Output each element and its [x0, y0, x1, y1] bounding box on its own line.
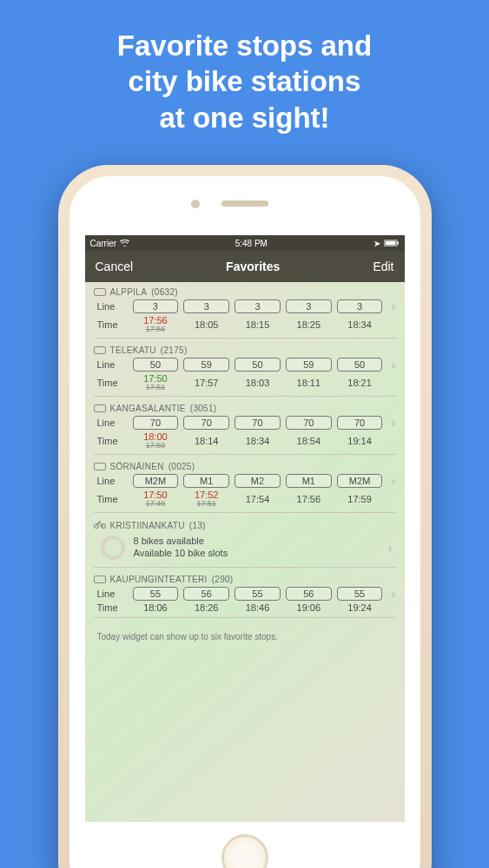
svg-rect-2 [397, 241, 399, 244]
line-row-label: Line [94, 476, 130, 486]
departure-time: 18:11 [283, 377, 334, 389]
line-chip: M1 [183, 474, 229, 488]
line-chip: M2M [133, 474, 179, 488]
line-chip: M2M [337, 474, 383, 488]
chevron-right-icon: › [385, 587, 395, 601]
stop-section[interactable]: KAUPUNGINTEATTERI (290) Line 5556555655 … [85, 569, 405, 620]
stop-section[interactable]: TELEKATU (2175) Line 5059505950 › Time 1… [85, 340, 405, 398]
bike-slots-label: Available 10 bike slots [134, 548, 228, 560]
line-chip: 70 [133, 416, 179, 430]
headline-line: city bike stations [17, 63, 472, 99]
stop-header: KAUPUNGINTEATTERI (290) [94, 575, 396, 584]
stop-section[interactable]: ALPPILA (0632) Line 33333 › Time 17:5617… [85, 282, 405, 340]
bikes-available-label: 8 bikes available [134, 536, 228, 548]
marketing-headline: Favorite stops and city bike stations at… [0, 0, 489, 151]
line-chip: M2 [235, 474, 281, 488]
availability-ring-icon [101, 536, 125, 560]
chevron-right-icon: › [388, 541, 393, 555]
status-bar: Carrier 5:48 PM ➤ [85, 235, 405, 251]
departure-time: 18:14 [181, 435, 232, 447]
stop-header: KANGASALANTIE (3051) [94, 404, 396, 413]
line-chip: 59 [286, 358, 332, 372]
stop-section[interactable]: SÖRNÄINEN (0025) Line M2MM1M2M1M2M › Tim… [85, 457, 405, 515]
chevron-right-icon: › [385, 416, 395, 430]
stop-header: KRISTIINANKATU (13) [94, 520, 396, 530]
bike-station-section[interactable]: KRISTIINANKATU (13) 8 bikes available Av… [85, 515, 405, 569]
departure-time: 17:56 [283, 493, 334, 505]
stop-code: (0025) [169, 462, 195, 471]
location-icon: ➤ [373, 239, 380, 248]
departure-time: 17:5617:56 [130, 314, 182, 334]
time-row-label: Time [94, 436, 130, 446]
page-title: Favorites [226, 260, 280, 273]
departure-time: 19:14 [334, 435, 386, 447]
stop-name: ALPPILA [110, 287, 148, 297]
line-chip: 3 [133, 299, 179, 313]
departure-time: 18:26 [181, 602, 232, 614]
departure-time: 18:54 [283, 435, 334, 447]
bus-icon [94, 575, 106, 583]
stop-header: TELEKATU (2175) [94, 345, 396, 355]
line-chip: 70 [286, 416, 332, 430]
statusbar-time: 5:48 PM [235, 239, 268, 248]
stop-name: KANGASALANTIE [110, 404, 186, 413]
stop-code: (290) [212, 575, 234, 584]
line-chip: M1 [286, 474, 332, 488]
departure-time: 17:54 [232, 493, 283, 505]
line-chip: 56 [286, 587, 332, 601]
stop-header: SÖRNÄINEN (0025) [94, 462, 396, 471]
departure-time: 18:05 [181, 319, 232, 331]
departure-time: 18:34 [232, 435, 283, 447]
line-chip: 70 [235, 416, 281, 430]
line-chip: 55 [133, 587, 179, 601]
stop-name: TELEKATU [110, 345, 156, 355]
bus-icon [94, 346, 106, 354]
line-chip: 50 [133, 358, 179, 372]
stop-section[interactable]: KANGASALANTIE (3051) Line 7070707070 › T… [85, 398, 405, 457]
departure-time: 18:25 [283, 319, 334, 331]
phone-camera [191, 200, 200, 208]
bike-station-code: (13) [189, 521, 206, 530]
time-row-label: Time [94, 378, 130, 388]
metro-icon [94, 463, 106, 470]
bus-icon [94, 404, 106, 412]
phone-speaker [221, 201, 268, 207]
stop-header: ALPPILA (0632) [94, 287, 396, 297]
departure-time: 18:06 [130, 602, 182, 614]
departure-time: 18:34 [334, 319, 386, 331]
line-row-label: Line [94, 301, 130, 312]
stop-name: SÖRNÄINEN [110, 462, 164, 471]
departure-time: 17:5017:49 [130, 489, 182, 509]
chevron-right-icon: › [385, 474, 395, 488]
line-chip: 70 [337, 416, 383, 430]
departure-time: 17:57 [181, 377, 232, 389]
headline-line: Favorite stops and [17, 28, 472, 63]
svg-rect-1 [385, 240, 395, 245]
time-row-label: Time [94, 319, 130, 330]
departure-time: 19:24 [334, 602, 386, 614]
stop-code: (0632) [151, 287, 178, 297]
battery-icon [384, 239, 400, 248]
carrier-label: Carrier [90, 239, 117, 248]
phone-screen: Carrier 5:48 PM ➤ Cancel Favorites Edit [85, 235, 405, 822]
departure-time: 19:06 [283, 602, 334, 614]
home-button[interactable] [221, 834, 268, 868]
phone-mockup: Carrier 5:48 PM ➤ Cancel Favorites Edit [58, 165, 432, 868]
line-chip: 50 [337, 358, 383, 372]
line-chip: 3 [183, 299, 229, 313]
departure-time: 17:5017:51 [130, 372, 182, 392]
stop-code: (3051) [190, 404, 217, 413]
stop-name: KAUPUNGINTEATTERI [110, 575, 208, 584]
edit-button[interactable]: Edit [373, 260, 393, 273]
line-chip: 55 [235, 587, 281, 601]
departure-time: 17:5217:51 [181, 489, 232, 509]
cancel-button[interactable]: Cancel [96, 260, 134, 273]
bike-icon [94, 520, 106, 530]
line-chip: 59 [183, 358, 229, 372]
line-row-label: Line [94, 418, 130, 428]
line-chip: 3 [337, 299, 383, 313]
departure-time: 18:21 [334, 377, 386, 389]
wifi-icon [120, 239, 129, 248]
headline-line: at one sight! [17, 100, 472, 135]
stop-code: (2175) [161, 345, 188, 355]
